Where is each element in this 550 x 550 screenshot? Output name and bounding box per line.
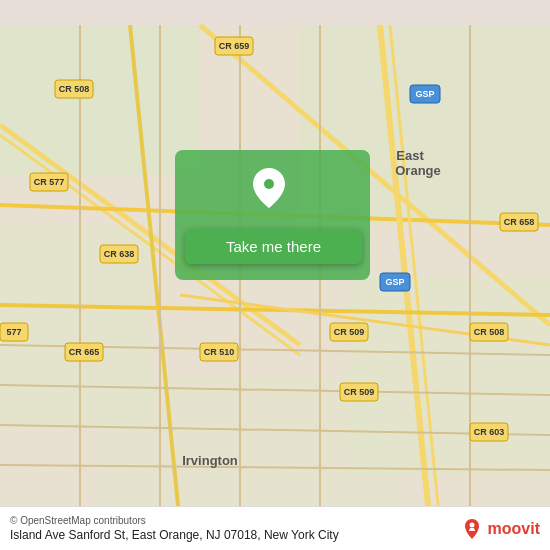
svg-text:CR 508: CR 508 [474, 327, 505, 337]
moovit-icon [460, 517, 484, 541]
svg-text:CR 603: CR 603 [474, 427, 505, 437]
svg-text:577: 577 [6, 327, 21, 337]
moovit-brand-label: moovit [488, 520, 540, 538]
svg-text:CR 658: CR 658 [504, 217, 535, 227]
osm-credit: © OpenStreetMap contributors [10, 515, 339, 526]
svg-text:GSP: GSP [415, 89, 434, 99]
svg-text:CR 577: CR 577 [34, 177, 65, 187]
svg-rect-1 [0, 25, 200, 175]
svg-text:Irvington: Irvington [182, 453, 238, 468]
svg-text:CR 665: CR 665 [69, 347, 100, 357]
take-me-there-label: Take me there [226, 238, 321, 255]
bottom-left: © OpenStreetMap contributors Island Ave … [10, 515, 339, 542]
svg-text:CR 638: CR 638 [104, 249, 135, 259]
map-container: CR 659 CR 508 CR 577 CR 638 CR 665 CR 51… [0, 0, 550, 550]
moovit-logo: moovit [460, 517, 540, 541]
address-text: Island Ave Sanford St, East Orange, NJ 0… [10, 528, 339, 542]
bottom-bar: © OpenStreetMap contributors Island Ave … [0, 506, 550, 550]
svg-text:East: East [396, 148, 424, 163]
svg-text:Orange: Orange [395, 163, 441, 178]
svg-text:GSP: GSP [385, 277, 404, 287]
svg-point-57 [264, 179, 274, 189]
map-background: CR 659 CR 508 CR 577 CR 638 CR 665 CR 51… [0, 0, 550, 550]
take-me-there-button[interactable]: Take me there [185, 229, 362, 264]
svg-text:CR 508: CR 508 [59, 84, 90, 94]
svg-text:CR 509: CR 509 [344, 387, 375, 397]
location-pin [253, 168, 285, 208]
svg-text:CR 510: CR 510 [204, 347, 235, 357]
svg-point-58 [469, 522, 474, 527]
svg-text:CR 509: CR 509 [334, 327, 365, 337]
svg-text:CR 659: CR 659 [219, 41, 250, 51]
